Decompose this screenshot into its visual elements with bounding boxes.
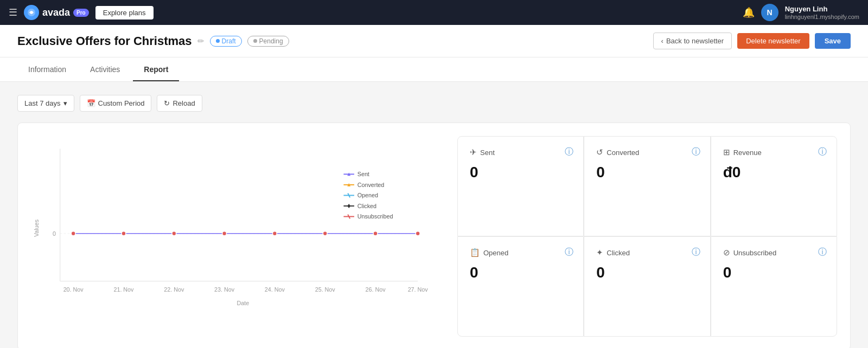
custom-period-label: Custom Period — [98, 99, 145, 107]
user-info: Nguyen Linh linhnguyenl1.myshopify.com — [785, 5, 859, 20]
converted-info-icon[interactable]: ⓘ — [692, 146, 700, 158]
sent-icon: ✈ — [470, 147, 477, 157]
chevron-left-icon: ‹ — [661, 37, 663, 45]
svg-text:20. Nov: 20. Nov — [63, 286, 84, 293]
clicked-info-icon[interactable]: ⓘ — [692, 247, 700, 258]
unsubscribed-info-icon[interactable]: ⓘ — [818, 247, 827, 258]
back-to-newsletter-button[interactable]: ‹ Back to newsletter — [653, 33, 732, 49]
line-chart: Values 0 20 — [31, 136, 444, 320]
nav-left: ☰ avada Pro Explore plans — [9, 5, 154, 20]
period-selector[interactable]: Last 7 days ▾ — [17, 95, 74, 112]
reload-label: Reload — [173, 99, 195, 107]
revenue-label: Revenue — [733, 149, 762, 157]
clicked-label: Clicked — [607, 249, 630, 257]
stat-opened: 📋 Opened ⓘ 0 — [457, 236, 584, 337]
svg-point-12 — [416, 231, 420, 236]
svg-marker-32 — [347, 204, 350, 208]
stat-sent-title: ✈ Sent — [470, 147, 571, 157]
svg-text:22. Nov: 22. Nov — [164, 286, 184, 293]
stat-revenue: ⊞ Revenue ⓘ đ0 — [711, 136, 837, 236]
logo-icon — [24, 5, 39, 20]
unsubscribed-icon: ⊘ — [723, 248, 730, 257]
stat-converted-title: ↺ Converted — [596, 147, 698, 157]
logo-text: avada — [42, 7, 70, 18]
y-axis-label: Values — [33, 220, 40, 237]
svg-point-8 — [222, 231, 227, 236]
user-name: Nguyen Linh — [785, 5, 859, 14]
opened-info-icon[interactable]: ⓘ — [565, 247, 573, 258]
chevron-down-icon: ▾ — [63, 99, 67, 107]
page-header: Exclusive Offers for Christmas ✏ Draft P… — [0, 25, 868, 57]
explore-plans-button[interactable]: Explore plans — [95, 6, 154, 20]
filter-bar: Last 7 days ▾ 📅 Custom Period ↻ Reload — [17, 95, 851, 112]
svg-text:23. Nov: 23. Nov — [214, 286, 235, 293]
converted-label: Converted — [607, 149, 639, 157]
user-shop: linhnguyenl1.myshopify.com — [785, 14, 859, 20]
stat-unsubscribed-title: ⊘ Unsubscribed — [723, 248, 825, 257]
tabs-bar: Information Activities Report — [0, 57, 868, 82]
svg-text:Opened: Opened — [358, 192, 378, 198]
stat-clicked-title: ✦ Clicked — [596, 248, 698, 257]
calendar-icon: 📅 — [87, 99, 95, 107]
svg-text:26. Nov: 26. Nov — [366, 286, 386, 293]
svg-text:0: 0 — [53, 230, 56, 237]
pending-label: Pending — [259, 37, 283, 45]
period-label: Last 7 days — [24, 99, 61, 107]
svg-point-11 — [373, 231, 378, 236]
top-navigation: ☰ avada Pro Explore plans 🔔 N Nguyen Lin… — [0, 0, 868, 25]
tab-activities[interactable]: Activities — [79, 57, 131, 81]
unsubscribed-label: Unsubscribed — [733, 249, 777, 257]
delete-newsletter-button[interactable]: Delete newsletter — [737, 33, 809, 49]
sent-value: 0 — [470, 164, 571, 181]
sent-label: Sent — [480, 149, 495, 157]
svg-point-6 — [122, 231, 126, 236]
draft-label: Draft — [222, 37, 236, 45]
custom-period-button[interactable]: 📅 Custom Period — [80, 95, 152, 112]
stat-converted: ↺ Converted ⓘ 0 — [584, 136, 710, 236]
svg-point-10 — [323, 231, 327, 236]
avatar: N — [761, 4, 778, 21]
revenue-info-icon[interactable]: ⓘ — [818, 146, 827, 158]
reload-button[interactable]: ↻ Reload — [157, 95, 202, 112]
svg-text:Converted: Converted — [358, 182, 385, 188]
edit-title-icon[interactable]: ✏ — [197, 36, 205, 46]
clicked-icon: ✦ — [596, 248, 603, 257]
notification-bell-icon[interactable]: 🔔 — [743, 7, 755, 18]
svg-point-7 — [172, 231, 176, 236]
pending-badge: Pending — [247, 36, 289, 47]
reload-icon: ↻ — [164, 99, 170, 107]
opened-icon: 📋 — [470, 248, 480, 257]
stat-revenue-title: ⊞ Revenue — [723, 147, 825, 157]
main-content: Last 7 days ▾ 📅 Custom Period ↻ Reload V… — [0, 82, 868, 348]
header-actions: ‹ Back to newsletter Delete newsletter S… — [653, 33, 851, 49]
tab-report[interactable]: Report — [133, 57, 179, 81]
svg-text:24. Nov: 24. Nov — [265, 286, 285, 293]
svg-point-5 — [71, 231, 75, 236]
converted-value: 0 — [596, 164, 698, 181]
revenue-value: đ0 — [723, 164, 825, 181]
sent-info-icon[interactable]: ⓘ — [565, 146, 573, 158]
report-card: Values 0 20 — [17, 123, 851, 348]
draft-badge: Draft — [210, 36, 242, 47]
svg-text:Date: Date — [237, 300, 249, 306]
svg-text:21. Nov: 21. Nov — [113, 286, 134, 293]
nav-right: 🔔 N Nguyen Linh linhnguyenl1.myshopify.c… — [743, 4, 859, 21]
save-button[interactable]: Save — [815, 33, 851, 49]
back-label: Back to newsletter — [666, 37, 724, 45]
opened-value: 0 — [470, 264, 571, 281]
stat-unsubscribed: ⊘ Unsubscribed ⓘ 0 — [711, 236, 837, 337]
svg-text:Unsubscribed: Unsubscribed — [358, 213, 393, 220]
hamburger-icon[interactable]: ☰ — [9, 7, 17, 18]
opened-label: Opened — [483, 249, 508, 257]
svg-text:27. Nov: 27. Nov — [408, 286, 429, 293]
draft-dot — [216, 39, 220, 43]
stats-grid: ✈ Sent ⓘ 0 ↺ Converted ⓘ 0 ⊞ Revenue — [457, 136, 837, 337]
chart-area: Values 0 20 — [31, 136, 444, 337]
svg-text:25. Nov: 25. Nov — [315, 286, 336, 293]
stat-sent: ✈ Sent ⓘ 0 — [457, 136, 584, 236]
pending-dot — [253, 39, 257, 43]
stat-clicked: ✦ Clicked ⓘ 0 — [584, 236, 710, 337]
stat-opened-title: 📋 Opened — [470, 248, 571, 257]
revenue-icon: ⊞ — [723, 147, 730, 157]
tab-information[interactable]: Information — [17, 57, 77, 81]
